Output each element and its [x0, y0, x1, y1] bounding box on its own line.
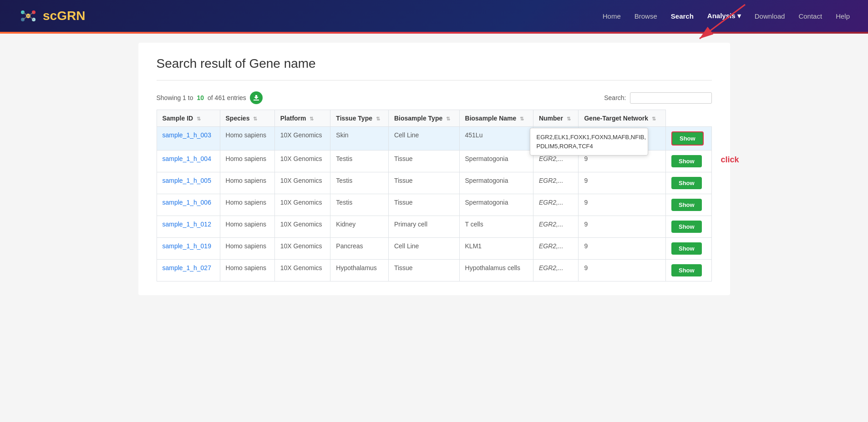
show-button[interactable]: Show	[671, 221, 702, 233]
cell-platform: 10X Genomics	[274, 151, 330, 172]
showing-prefix: Showing 1 to	[157, 94, 193, 101]
show-button[interactable]: Show	[671, 131, 704, 146]
table-controls: Showing 1 to 10 of 461 entries Search:	[157, 91, 712, 104]
cell-tissue-type: Pancreas	[330, 238, 389, 260]
sort-sample-id[interactable]: ⇅	[197, 116, 201, 121]
col-number: Number ⇅	[533, 110, 579, 127]
cell-biosample-type: Cell Line	[388, 238, 459, 260]
table-search-control: Search:	[604, 92, 711, 104]
sort-biosample-name[interactable]: ⇅	[520, 116, 524, 121]
cell-platform: 10X Genomics	[274, 194, 330, 216]
sort-gene-target[interactable]: ⇅	[652, 116, 656, 121]
cell-biosample-type: Tissue	[388, 172, 459, 194]
accent-bar	[0, 32, 868, 34]
table-row: sample_1_h_005 Homo sapiens 10X Genomics…	[157, 172, 711, 194]
col-tissue-type: Tissue Type ⇅	[330, 110, 389, 127]
show-button[interactable]: Show	[671, 199, 702, 211]
cell-gene-abbrev: EGR2,...	[533, 238, 579, 260]
cell-tissue-type: Testis	[330, 151, 389, 172]
cell-species: Homo sapiens	[220, 260, 274, 281]
table-row: sample_1_h_012 Homo sapiens 10X Genomics…	[157, 216, 711, 238]
cell-biosample-type: Tissue	[388, 151, 459, 172]
cell-biosample-name: Spermatogonia	[459, 194, 533, 216]
sort-biosample-type[interactable]: ⇅	[446, 116, 450, 121]
cell-gene-abbrev: EGR2,...	[533, 194, 579, 216]
sample-link[interactable]: sample_1_h_004	[162, 155, 211, 162]
cell-species: Homo sapiens	[220, 194, 274, 216]
sample-link[interactable]: sample_1_h_006	[162, 199, 211, 206]
main-content: Search result of Gene name Showing 1 to …	[138, 43, 730, 295]
cell-show: Show	[665, 194, 711, 216]
cell-tissue-type: Testis	[330, 194, 389, 216]
cell-number: 9	[579, 238, 666, 260]
cell-species: Homo sapiens	[220, 151, 274, 172]
cell-number: 9	[579, 260, 666, 281]
cell-platform: 10X Genomics	[274, 238, 330, 260]
nav-home[interactable]: Home	[603, 12, 621, 20]
table-row: sample_1_h_006 Homo sapiens 10X Genomics…	[157, 194, 711, 216]
cell-platform: 10X Genomics	[274, 172, 330, 194]
svg-rect-11	[254, 100, 259, 100]
cell-tissue-type: Testis	[330, 172, 389, 194]
cell-sample-id: sample_1_h_003	[157, 127, 220, 151]
download-table-button[interactable]	[250, 91, 263, 104]
sort-tissue[interactable]: ⇅	[376, 116, 380, 121]
cell-biosample-name: KLM1	[459, 238, 533, 260]
col-biosample-name: Biosample Name ⇅	[459, 110, 533, 127]
cell-platform: 10X Genomics	[274, 216, 330, 238]
table-search-input[interactable]	[630, 92, 712, 104]
cell-show: Show	[665, 151, 711, 172]
showing-suffix: of 461 entries	[208, 94, 246, 101]
cell-species: Homo sapiens	[220, 127, 274, 151]
nav-download[interactable]: Download	[755, 12, 785, 20]
cell-biosample-type: Tissue	[388, 194, 459, 216]
sort-number[interactable]: ⇅	[567, 116, 571, 121]
cell-biosample-name: Spermatogonia	[459, 172, 533, 194]
cell-sample-id: sample_1_h_027	[157, 260, 220, 281]
sample-link[interactable]: sample_1_h_012	[162, 221, 211, 228]
nav-browse[interactable]: Browse	[635, 12, 657, 20]
sample-link[interactable]: sample_1_h_005	[162, 177, 211, 184]
sample-link[interactable]: sample_1_h_019	[162, 242, 211, 250]
sample-link[interactable]: sample_1_h_003	[162, 131, 211, 139]
logo[interactable]: scGRN	[18, 6, 85, 26]
nav-links: Home Browse Search Analysis ▾ Download C…	[603, 12, 850, 20]
cell-sample-id: sample_1_h_006	[157, 194, 220, 216]
showing-count: 10	[197, 94, 204, 101]
cell-gene-abbrev: EGR2,...	[533, 260, 579, 281]
navbar: scGRN Home Browse Search Analysis ▾ Down…	[0, 0, 868, 32]
col-platform: Platform ⇅	[274, 110, 330, 127]
show-button[interactable]: Show	[671, 177, 702, 189]
nav-analysis[interactable]: Analysis ▾	[707, 12, 741, 20]
cell-show: Show	[665, 238, 711, 260]
search-label: Search:	[604, 94, 626, 101]
nav-help[interactable]: Help	[836, 12, 850, 20]
show-button[interactable]: Show	[671, 155, 702, 167]
sort-platform[interactable]: ⇅	[310, 116, 314, 121]
cell-gene-abbrev: EGR2,...	[533, 216, 579, 238]
page-title: Search result of Gene name	[157, 56, 712, 80]
col-biosample-type: Biosample Type ⇅	[388, 110, 459, 127]
logo-sc: sc	[43, 9, 57, 23]
logo-icon	[18, 6, 38, 26]
show-button[interactable]: Show	[671, 264, 702, 276]
table-row: sample_1_h_027 Homo sapiens 10X Genomics…	[157, 260, 711, 281]
tooltip-text: EGR2,ELK1,FOXK1,FOXN3,MAFB,NFIB, PDLIM5,…	[537, 134, 646, 150]
col-gene-target: Gene-Target Network ⇅	[579, 110, 666, 127]
nav-search[interactable]: Search	[671, 12, 694, 20]
cell-biosample-name: 451Lu	[459, 127, 533, 151]
nav-contact[interactable]: Contact	[798, 12, 822, 20]
cell-tissue-type: Skin	[330, 127, 389, 151]
cell-number: 9	[579, 194, 666, 216]
cell-show: Show	[665, 172, 711, 194]
cell-show: Show	[665, 216, 711, 238]
sort-species[interactable]: ⇅	[253, 116, 257, 121]
cell-sample-id: sample_1_h_019	[157, 238, 220, 260]
logo-text: scGRN	[43, 9, 85, 23]
table-header-row: Sample ID ⇅ Species ⇅ Platform ⇅ Tissue …	[157, 110, 711, 127]
col-species: Species ⇅	[220, 110, 274, 127]
cell-biosample-name: T cells	[459, 216, 533, 238]
show-button[interactable]: Show	[671, 242, 702, 255]
sample-link[interactable]: sample_1_h_027	[162, 264, 211, 271]
cell-biosample-type: Tissue	[388, 260, 459, 281]
